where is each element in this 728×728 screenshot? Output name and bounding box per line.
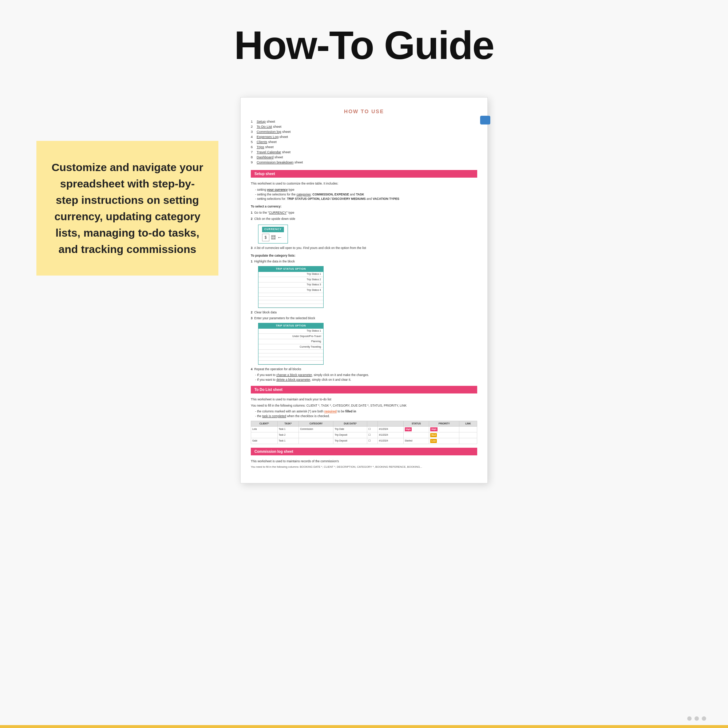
row3-priority: Low: [429, 438, 459, 444]
document-preview: HOW TO USE 1Setup sheet 2To Do List shee…: [240, 97, 488, 483]
trip-row-t2-3: Planning: [258, 339, 323, 345]
trip-row-empty-4: [258, 304, 323, 307]
setup-body-text: This worksheet is used to customize the …: [251, 181, 477, 186]
commission-section-header: Commission log sheet: [251, 448, 477, 455]
row2-category: [299, 432, 333, 438]
trip-table-1: TRIP STATUS OPTION Trip Status 1 Trip St…: [258, 266, 324, 308]
row3-task: Task 1: [277, 438, 299, 444]
row3-date2: 4/1/2024: [378, 438, 403, 444]
todo-body-1: This worksheet is used to maintain and t…: [251, 397, 477, 402]
dollar-symbol: $: [262, 234, 269, 241]
row1-link: [459, 426, 477, 432]
bottom-dots: [687, 716, 706, 721]
todo-bullets: the columns marked with an asterisk (*) …: [251, 409, 477, 419]
toc-item-3: 3Commission log sheet: [251, 130, 477, 134]
row3-client: Gabi: [251, 438, 278, 444]
table-of-contents: 1Setup sheet 2To Do List sheet 3Commissi…: [251, 119, 477, 164]
col-link: LINK: [459, 421, 477, 426]
todo-bullet-1: the columns marked with an asterisk (*) …: [255, 409, 477, 414]
trip-row-t2-empty-3: [258, 357, 323, 361]
category-step-3: 3 Enter your parameters for the selected…: [251, 316, 477, 321]
row1-priority: High: [429, 426, 459, 432]
col-status: STATUS: [403, 421, 429, 426]
commission-section-body: This worksheet is used to maintains reco…: [251, 459, 477, 469]
currency-section-title: To select a currency:: [251, 204, 477, 209]
trip-row-t2-1: Trip Status 1: [258, 329, 323, 334]
trip-table-2: TRIP STATUS OPTION Trip Status 1 Under D…: [258, 323, 324, 365]
todo-row-3: Gabi Task 1 Trip Deposit ☐ 4/1/2024 Star…: [251, 438, 477, 444]
row2-client: [251, 432, 278, 438]
currency-step-2: 2 Click on the upside down side: [251, 217, 477, 221]
yellow-box-text: Customize and navigate your spreadsheet …: [51, 159, 204, 257]
row3-status: Started: [403, 438, 429, 444]
trip-row-2: Trip Status 2: [258, 277, 323, 283]
col-category: CATEGORY: [299, 421, 333, 426]
todo-section-header: To Do List sheet: [251, 386, 477, 393]
todo-row-1: Lola Task 1 Commission Trip Date ☐ 4/1/2…: [251, 426, 477, 432]
trip-row-empty-1: [258, 293, 323, 297]
col-check: [367, 421, 378, 426]
row2-link: [459, 432, 477, 438]
arrow-icon: ←: [277, 234, 283, 241]
currency-demo: CURRENCY $ ←: [258, 225, 288, 243]
trip-table-2-header: TRIP STATUS OPTION: [258, 323, 323, 329]
toc-item-6: 6Trips sheet: [251, 145, 477, 149]
row3-check: ☐: [367, 438, 378, 444]
col-task: TASK*: [277, 421, 299, 426]
col-duedate: DUE DATE*: [333, 421, 367, 426]
todo-row-2: Task 2 Trip Deposit ☐ 4/1/2024 Med: [251, 432, 477, 438]
setup-section-body: This worksheet is used to customize the …: [251, 181, 477, 382]
row1-status: High: [403, 426, 429, 432]
row3-link: [459, 438, 477, 444]
row3-duedate: Trip Deposit: [333, 438, 367, 444]
todo-table: CLIENT* TASK* CATEGORY DUE DATE* STATUS …: [251, 421, 477, 444]
page-container: How-To Guide Customize and navigate your…: [0, 0, 728, 728]
trip-row-t2-empty-4: [258, 361, 323, 364]
row1-date2: 4/1/2024: [378, 426, 403, 432]
chat-icon: [480, 116, 490, 124]
row2-check: ☐: [367, 432, 378, 438]
page-title: How-To Guide: [0, 0, 728, 83]
trip-row-t2-2: Under Deposit/Pre-Travel: [258, 334, 323, 339]
trip-row-empty-3: [258, 300, 323, 304]
row2-task: Task 2: [277, 432, 299, 438]
trip-row-empty-2: [258, 297, 323, 300]
row1-category: Commission: [299, 426, 333, 432]
trip-row-1: Trip Status 1: [258, 272, 323, 277]
toc-item-5: 5Clients sheet: [251, 140, 477, 144]
trip-row-4: Trip Status 4: [258, 288, 323, 293]
currency-label: CURRENCY: [262, 227, 284, 232]
setup-bullet-3: setting selections for: TRIP STATUS OPTI…: [255, 197, 477, 201]
toc-item-2: 2To Do List sheet: [251, 124, 477, 128]
toc-item-1: 1Setup sheet: [251, 119, 477, 123]
toc-item-8: 8Dashboard sheet: [251, 155, 477, 159]
category-bullets: If you want to change a block parameter,…: [251, 373, 477, 382]
row1-duedate: Trip Date: [333, 426, 367, 432]
commission-body-1: This worksheet is used to maintains reco…: [251, 459, 477, 464]
trip-row-3: Trip Status 3: [258, 283, 323, 288]
setup-bullet-2: setting the selections for the categorie…: [255, 192, 477, 197]
currency-box: CURRENCY $ ←: [258, 225, 288, 243]
setup-section-header: Setup sheet: [251, 170, 477, 177]
row1-client: Lola: [251, 426, 278, 432]
grid-icon: [271, 235, 275, 240]
todo-body-2: You need to fill in the following column…: [251, 403, 477, 408]
currency-step-1: 1 Go to the "CURRENCY" type: [251, 210, 477, 215]
trip-row-t2-4: Currently Traveling: [258, 344, 323, 350]
trip-row-t2-empty-2: [258, 353, 323, 357]
dot-2: [694, 716, 699, 721]
col-date2: [378, 421, 403, 426]
row2-status: [403, 432, 429, 438]
category-step-2: 2 Clear block data: [251, 310, 477, 315]
category-step-4: 4 Repeat the operation for all blocks: [251, 367, 477, 372]
toc-item-4: 4Expenses Log sheet: [251, 135, 477, 139]
setup-bullet-1: setting your currency type: [255, 187, 477, 192]
col-client: CLIENT*: [251, 421, 278, 426]
currency-row: $ ←: [262, 234, 284, 241]
row1-check: ☐: [367, 426, 378, 432]
doc-title: HOW TO USE: [251, 109, 477, 114]
trip-table-1-header: TRIP STATUS OPTION: [258, 266, 323, 272]
category-section-title: To populate the category lists:: [251, 253, 477, 258]
category-bullet-1: If you want to change a block parameter,…: [255, 373, 477, 378]
setup-bullets: setting your currency type setting the s…: [251, 187, 477, 201]
